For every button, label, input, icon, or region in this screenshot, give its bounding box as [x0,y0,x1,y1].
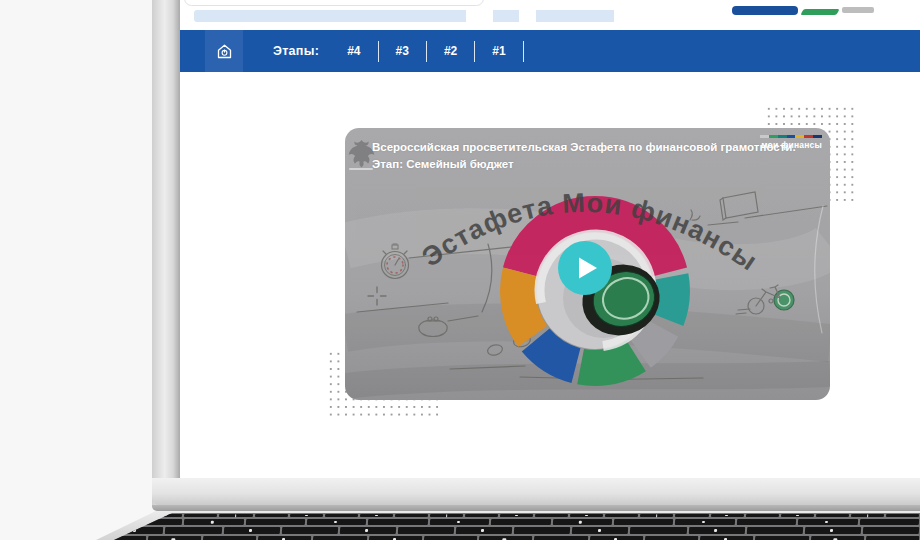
keyboard-key [0,527,47,534]
keyboard-key [534,536,588,540]
keyboard-key [245,519,305,525]
keyboard-key [313,536,367,540]
keyboard-key [465,514,498,517]
keyboard-key [203,536,257,540]
keyboard-key [9,514,42,517]
keyboard-key [290,514,323,517]
keyboard-key [614,519,674,525]
keyboard-key [805,527,862,534]
keyboard-key [746,514,779,517]
keyboard-key [360,514,393,517]
keyboard-key [340,527,397,534]
brand-bar [760,135,822,138]
keyboard-key [552,519,612,525]
laptop-bezel-bottom [152,478,920,506]
brand-bar-segment [760,135,769,138]
keyboard-key [79,514,112,517]
keyboard-key [184,514,217,517]
keyboard-key [572,527,629,534]
nav-divider [523,41,524,62]
brand-bar-segment [804,135,813,138]
keyboard-key [710,514,743,517]
keyboard-key [165,527,222,534]
stages-label: Этапы: [273,44,319,58]
brand-bar-segment [769,135,778,138]
keyboard-key [865,536,919,540]
video-title: Всероссийская просветительская Эстафета … [372,139,812,173]
keyboard-key [37,536,91,540]
home-icon [216,43,233,60]
nav-divider [378,41,379,62]
keyboard-key [675,514,708,517]
keyboard-key [307,519,367,525]
video-title-line2: Этап: Семейный бюджет [372,156,812,173]
keyboard-key [700,536,754,540]
play-button[interactable] [558,241,612,295]
keyboard-key [886,514,919,517]
emblem-icon [348,138,375,168]
stage-link-2[interactable]: #2 [440,44,461,58]
home-button[interactable] [205,30,243,72]
header-band-gap [466,10,493,22]
header-logo-swoosh [800,9,839,15]
keyboard-key [430,519,490,525]
keyboard-key [798,519,858,525]
stage-link-3[interactable]: #3 [392,44,413,58]
keyboard-key [500,514,533,517]
keyboard-key [851,514,884,517]
video-title-line1: Всероссийская просветительская Эстафета … [372,139,812,156]
keyboard-key [258,536,312,540]
keyboard-key [0,536,36,540]
stage-navbar: Этапы: #4 #3 #2 #1 [180,30,920,72]
keyboard-key [688,527,745,534]
keyboard-key [640,514,673,517]
keyboard-key [746,527,803,534]
browser-tab-outline [184,0,484,6]
brand-bar-segment [813,135,822,138]
keyboard-key [675,519,735,525]
keyboard-key [781,514,814,517]
keyboard-key [535,514,568,517]
keyboard-key [254,514,287,517]
doodle-box [708,192,758,225]
keyboard-key [737,519,797,525]
keyboard-key [223,527,280,534]
laptop-hinge [152,505,920,511]
keyboard-key [325,514,358,517]
stage-link-4[interactable]: #4 [343,44,364,58]
keyboard-key [479,536,533,540]
header-bar-gray [842,7,874,13]
keyboard-key [863,527,920,534]
brand-text: мои финансы [760,140,822,150]
keyboard-key [605,514,638,517]
keyboard-key [570,514,603,517]
keyboard-key [281,527,338,534]
keyboard-key [645,536,699,540]
keyboard-key [395,514,428,517]
stage-link-1[interactable]: #1 [488,44,509,58]
header-button-blue[interactable] [732,6,798,15]
keyboard-key [147,536,201,540]
keyboard-key [184,519,244,525]
keyboard-key [49,527,106,534]
emblem-caption [349,168,373,170]
keyboard-key [114,514,147,517]
header-band [194,10,614,22]
brand-bar-segment [795,135,804,138]
stage-links: #4 #3 #2 #1 [343,41,536,62]
keyboard-key [219,514,252,517]
keyboard-key [398,527,455,534]
video-player[interactable]: Эстафета Мои финансы Всероссийская просв… [345,128,830,400]
keyboard-key [424,536,478,540]
keyboard-key [44,514,77,517]
header-band-gap [519,10,536,22]
brand-bar-segment [787,135,796,138]
keyboard-key [810,536,864,540]
nav-divider [426,41,427,62]
keyboard-key [61,519,121,525]
keyboard-key [630,527,687,534]
keyboard-key [368,519,428,525]
keyboard-key [859,519,919,525]
laptop-screen: Этапы: #4 #3 #2 #1 [180,0,920,478]
keyboard-key [0,519,60,525]
